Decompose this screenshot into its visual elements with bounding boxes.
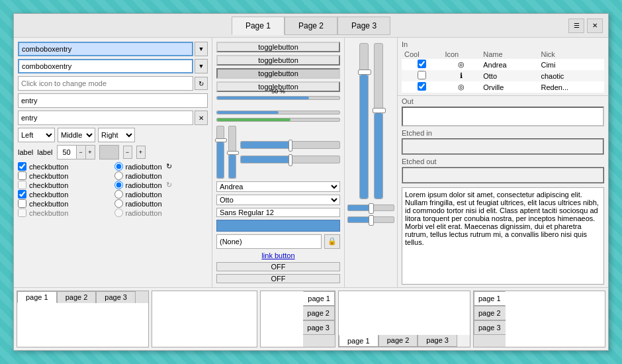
check3[interactable] — [18, 181, 26, 189]
combo1-row: ▼ — [18, 42, 208, 56]
radio6[interactable] — [114, 208, 123, 217]
etched-in-frame — [402, 138, 604, 155]
etched-in-label: Etched in — [402, 129, 604, 137]
refresh-icon-btn[interactable]: ↻ — [195, 77, 208, 90]
radio3[interactable] — [114, 181, 123, 189]
tab-page1[interactable]: Page 1 — [232, 17, 285, 35]
radio2[interactable] — [114, 171, 123, 180]
vscale2-thumb[interactable] — [227, 151, 239, 155]
row2-cool-check[interactable] — [418, 71, 426, 79]
spin-increment-btn[interactable]: + — [85, 146, 95, 159]
tw3-tab-page1[interactable]: page 1 — [303, 291, 335, 306]
hscale-small-1-thumb[interactable] — [369, 203, 374, 214]
andrea-combo[interactable]: AndreaOttoOrville — [216, 181, 340, 192]
align-left-select[interactable]: LeftCenterRight — [19, 128, 54, 142]
check1-label: checkbutton — [29, 163, 68, 171]
hscale1-thumb[interactable] — [289, 140, 292, 152]
entry2-input[interactable] — [18, 111, 193, 125]
font-chooser-btn[interactable]: Sans Regular 12 — [216, 208, 340, 217]
tree-row-3[interactable]: ◎ Orville Reden... — [402, 81, 604, 93]
otto-select[interactable]: OttoAndrea — [217, 195, 339, 205]
tw4-tab-page2[interactable]: page 2 — [378, 335, 418, 347]
tab-page3[interactable]: Page 3 — [337, 17, 390, 35]
label1: label — [18, 148, 33, 156]
spinner2-icon: ↻ — [166, 181, 172, 189]
close-button[interactable]: ✕ — [587, 19, 603, 33]
radio4-label: radiobutton — [126, 191, 162, 199]
toggle-btn-3[interactable]: togglebutton — [216, 68, 340, 79]
check5[interactable] — [18, 199, 26, 208]
scale-area — [216, 126, 340, 179]
row1-name: Andrea — [480, 59, 538, 70]
tw3-tabs-right: page 1 page 2 page 3 — [303, 291, 335, 347]
tw3-tab-page3[interactable]: page 3 — [303, 320, 335, 335]
slider1-label: 50 % — [271, 88, 285, 95]
color-decrement-btn[interactable]: − — [123, 146, 132, 159]
menu-button[interactable]: ☰ — [568, 19, 584, 33]
lock-btn[interactable]: 🔒 — [324, 234, 340, 249]
toggle-btn-1[interactable]: togglebutton — [216, 42, 340, 52]
tab-widget-3: page 1 page 2 page 3 — [260, 291, 335, 347]
icon-entry-input[interactable] — [18, 76, 193, 91]
check2[interactable] — [18, 171, 26, 180]
check4[interactable] — [18, 190, 26, 199]
off-btn-2[interactable]: OFF — [216, 274, 340, 283]
check1[interactable] — [18, 162, 26, 171]
hscale-small-1 — [347, 205, 394, 211]
vscale-big-2-fill — [375, 113, 382, 199]
hscale-small-2-thumb[interactable] — [369, 215, 374, 226]
color-chooser-btn[interactable] — [216, 220, 340, 232]
color-increment-btn[interactable]: + — [136, 146, 146, 159]
left-panel: ▼ ▼ ↻ ✕ LeftCenterR — [14, 38, 212, 287]
check-row-3: checkbutton — [18, 181, 112, 189]
radio5[interactable] — [114, 199, 123, 208]
toggle-btn-2[interactable]: togglebutton — [216, 55, 340, 66]
row1-cool-check[interactable] — [418, 60, 426, 68]
tw5-tab-page3[interactable]: page 3 — [474, 320, 506, 335]
align-middle-select[interactable]: MiddleTopBottom — [58, 128, 95, 142]
vscale1-thumb[interactable] — [215, 138, 227, 142]
tw5-tab-page2[interactable]: page 2 — [474, 306, 506, 320]
radio4[interactable] — [114, 190, 123, 199]
vscale-big-2-thumb[interactable] — [373, 108, 386, 113]
align-right-combo[interactable]: RightLeftCenter — [98, 128, 135, 142]
tree-row-2[interactable]: ℹ Otto chaotic — [402, 70, 604, 81]
tree-row-1[interactable]: ◎ Andrea Cimi — [402, 59, 604, 70]
spin-value[interactable] — [58, 148, 76, 156]
entry1-input[interactable] — [18, 93, 208, 108]
col-name: Name — [480, 50, 538, 59]
tw1-tab-page3[interactable]: page 3 — [96, 291, 136, 303]
spin-box: − + — [57, 145, 95, 159]
tw4-tab-page1[interactable]: page 1 — [339, 335, 378, 347]
tw5-tab-page1[interactable]: page 1 — [474, 291, 506, 306]
link-button[interactable]: link button — [216, 251, 340, 259]
check6-label: checkbutton — [29, 209, 68, 217]
tw1-tab-page1[interactable]: page 1 — [17, 291, 57, 303]
tw1-tab-page2[interactable]: page 2 — [57, 291, 97, 303]
combo1-input[interactable] — [18, 42, 193, 56]
hscale2-thumb[interactable] — [289, 154, 292, 166]
check6[interactable] — [18, 208, 26, 217]
label-spin-row: label label − + − + — [18, 145, 208, 159]
andrea-select[interactable]: AndreaOttoOrville — [217, 182, 339, 191]
off-btn-1[interactable]: OFF — [216, 262, 340, 271]
tab-page2[interactable]: Page 2 — [285, 17, 337, 35]
radio1[interactable] — [114, 162, 123, 171]
align-left-combo[interactable]: LeftCenterRight — [18, 128, 55, 142]
align-middle-combo[interactable]: MiddleTopBottom — [58, 128, 95, 142]
right-panel: In Cool Icon Name Nick ◎ — [398, 38, 608, 287]
tw4-tab-page3[interactable]: page 3 — [418, 335, 457, 347]
spin-decrement-btn[interactable]: − — [76, 146, 85, 159]
check-row-5: checkbutton — [18, 199, 112, 208]
combo1-dropdown-btn[interactable]: ▼ — [195, 42, 208, 56]
combo2-input[interactable] — [18, 59, 193, 73]
row3-cool-check[interactable] — [418, 82, 426, 91]
none-input[interactable] — [216, 234, 322, 249]
otto-combo[interactable]: OttoAndrea — [216, 195, 340, 205]
tw4-tabs-bar-bottom: page 1 page 2 page 3 — [339, 335, 470, 347]
clear-entry-btn[interactable]: ✕ — [195, 111, 208, 125]
tw3-tab-page2[interactable]: page 2 — [303, 306, 335, 320]
vscale-big-1-thumb[interactable] — [358, 69, 371, 75]
align-right-select[interactable]: RightLeftCenter — [99, 128, 134, 142]
combo2-dropdown-btn[interactable]: ▼ — [195, 59, 208, 73]
